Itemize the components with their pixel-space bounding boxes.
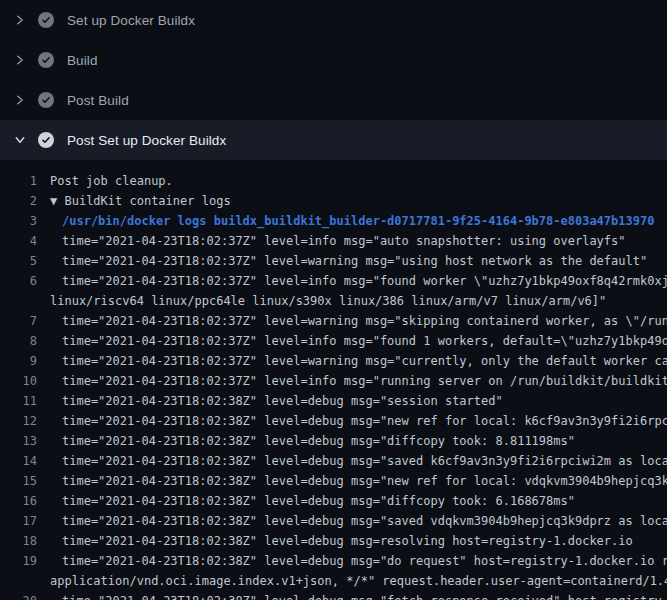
log-line-text: time="2021-04-23T18:02:38Z" level=debug … bbox=[62, 551, 667, 571]
step-section-post-set-up-docker-buildx[interactable]: Post Set up Docker Buildx bbox=[0, 120, 667, 160]
log-line-number[interactable]: 11 bbox=[0, 391, 37, 411]
log-line: 10 time="2021-04-23T18:02:37Z" level=inf… bbox=[0, 371, 667, 391]
log-line-text: time="2021-04-23T18:02:38Z" level=debug … bbox=[62, 451, 667, 471]
log-line-number[interactable]: 4 bbox=[0, 231, 37, 251]
log-line-number[interactable]: 2 bbox=[0, 191, 37, 211]
log-viewer: 1 Post job cleanup. 2 ▼ BuildKit contain… bbox=[0, 160, 667, 600]
log-line-number[interactable]: 12 bbox=[0, 411, 37, 431]
log-line: 9 time="2021-04-23T18:02:37Z" level=warn… bbox=[0, 351, 667, 371]
log-line: 17 time="2021-04-23T18:02:38Z" level=deb… bbox=[0, 511, 667, 531]
log-line-number[interactable]: 7 bbox=[0, 311, 37, 331]
log-line: 2 ▼ BuildKit container logs bbox=[0, 191, 667, 211]
log-line-text: time="2021-04-23T18:02:38Z" level=debug … bbox=[62, 411, 667, 431]
log-line-text: time="2021-04-23T18:02:38Z" level=debug … bbox=[62, 391, 503, 411]
log-line: 20 time="2021-04-23T18:02:38Z" level=deb… bbox=[0, 591, 667, 600]
step-title: Build bbox=[67, 53, 98, 68]
log-line-text: time="2021-04-23T18:02:37Z" level=info m… bbox=[62, 331, 667, 351]
log-line: 8 time="2021-04-23T18:02:37Z" level=info… bbox=[0, 331, 667, 351]
step-title: Set up Docker Buildx bbox=[67, 13, 195, 28]
log-line-text: time="2021-04-23T18:02:38Z" level=debug … bbox=[62, 531, 633, 551]
log-line-number[interactable]: 8 bbox=[0, 331, 37, 351]
log-line-number[interactable]: 20 bbox=[0, 591, 37, 600]
log-line-text: ▼ BuildKit container logs bbox=[50, 191, 231, 211]
log-line-text: time="2021-04-23T18:02:38Z" level=debug … bbox=[62, 511, 667, 531]
check-circle-icon bbox=[38, 132, 54, 148]
log-line-number[interactable]: 14 bbox=[0, 451, 37, 471]
log-line-number[interactable]: 13 bbox=[0, 431, 37, 451]
check-circle-icon bbox=[38, 52, 54, 68]
log-line-wrap-continuation: linux/riscv64 linux/ppc64le linux/s390x … bbox=[0, 291, 667, 311]
step-title: Post Build bbox=[67, 93, 129, 108]
chevron-right-icon bbox=[14, 54, 26, 66]
log-line-text: time="2021-04-23T18:02:38Z" level=debug … bbox=[62, 591, 667, 600]
log-line: 12 time="2021-04-23T18:02:38Z" level=deb… bbox=[0, 411, 667, 431]
log-line-text: /usr/bin/docker logs buildx_buildkit_bui… bbox=[62, 211, 654, 231]
log-line-text: time="2021-04-23T18:02:37Z" level=info m… bbox=[62, 271, 667, 291]
check-circle-icon bbox=[38, 92, 54, 108]
log-line-text: time="2021-04-23T18:02:38Z" level=debug … bbox=[62, 431, 575, 451]
log-line-number[interactable]: 5 bbox=[0, 251, 37, 271]
step-section-build[interactable]: Build bbox=[0, 40, 667, 80]
log-line-number[interactable]: 9 bbox=[0, 351, 37, 371]
log-line-number[interactable]: 16 bbox=[0, 491, 37, 511]
step-title: Post Set up Docker Buildx bbox=[67, 133, 226, 148]
log-line-text: time="2021-04-23T18:02:38Z" level=debug … bbox=[62, 471, 667, 491]
log-line-number[interactable]: 17 bbox=[0, 511, 37, 531]
check-circle-icon bbox=[38, 12, 54, 28]
log-line-number[interactable]: 19 bbox=[0, 551, 37, 571]
log-line: 7 time="2021-04-23T18:02:37Z" level=warn… bbox=[0, 311, 667, 331]
log-line: 18 time="2021-04-23T18:02:38Z" level=deb… bbox=[0, 531, 667, 551]
log-line-number[interactable]: 3 bbox=[0, 211, 37, 231]
log-line-text: time="2021-04-23T18:02:38Z" level=debug … bbox=[62, 491, 575, 511]
log-line: 16 time="2021-04-23T18:02:38Z" level=deb… bbox=[0, 491, 667, 511]
log-group-label[interactable]: BuildKit container logs bbox=[64, 194, 230, 208]
log-line: 4 time="2021-04-23T18:02:37Z" level=info… bbox=[0, 231, 667, 251]
log-line-number[interactable]: 15 bbox=[0, 471, 37, 491]
log-line: 13 time="2021-04-23T18:02:38Z" level=deb… bbox=[0, 431, 667, 451]
log-line-text: time="2021-04-23T18:02:37Z" level=warnin… bbox=[62, 311, 667, 331]
log-line-text: linux/riscv64 linux/ppc64le linux/s390x … bbox=[50, 291, 606, 311]
log-line-number[interactable]: 18 bbox=[0, 531, 37, 551]
log-group-caret-icon[interactable]: ▼ bbox=[50, 194, 64, 208]
step-section-set-up-docker-buildx[interactable]: Set up Docker Buildx bbox=[0, 0, 667, 40]
log-line: 5 time="2021-04-23T18:02:37Z" level=warn… bbox=[0, 251, 667, 271]
log-line: 15 time="2021-04-23T18:02:38Z" level=deb… bbox=[0, 471, 667, 491]
log-line-number[interactable]: 1 bbox=[0, 171, 37, 191]
log-line-number[interactable]: 6 bbox=[0, 271, 37, 291]
log-line: 1 Post job cleanup. bbox=[0, 171, 667, 191]
chevron-down-icon bbox=[14, 134, 26, 146]
chevron-right-icon bbox=[14, 94, 26, 106]
step-sections: Set up Docker Buildx Build bbox=[0, 0, 667, 160]
chevron-right-icon bbox=[14, 14, 26, 26]
log-line: 11 time="2021-04-23T18:02:38Z" level=deb… bbox=[0, 391, 667, 411]
log-line-text: time="2021-04-23T18:02:37Z" level=warnin… bbox=[62, 251, 647, 271]
log-line-number[interactable]: 10 bbox=[0, 371, 37, 391]
log-line: 14 time="2021-04-23T18:02:38Z" level=deb… bbox=[0, 451, 667, 471]
log-line-text: time="2021-04-23T18:02:37Z" level=info m… bbox=[62, 371, 667, 391]
step-section-post-build[interactable]: Post Build bbox=[0, 80, 667, 120]
log-line-text: application/vnd.oci.image.index.v1+json,… bbox=[50, 571, 667, 591]
log-line: 19 time="2021-04-23T18:02:38Z" level=deb… bbox=[0, 551, 667, 571]
log-line-text: time="2021-04-23T18:02:37Z" level=warnin… bbox=[62, 351, 667, 371]
log-line: 6 time="2021-04-23T18:02:37Z" level=info… bbox=[0, 271, 667, 291]
log-line-text: Post job cleanup. bbox=[50, 171, 173, 191]
log-line-wrap-continuation: application/vnd.oci.image.index.v1+json,… bbox=[0, 571, 667, 591]
log-line: 3 /usr/bin/docker logs buildx_buildkit_b… bbox=[0, 211, 667, 231]
log-line-text: time="2021-04-23T18:02:37Z" level=info m… bbox=[62, 231, 626, 251]
